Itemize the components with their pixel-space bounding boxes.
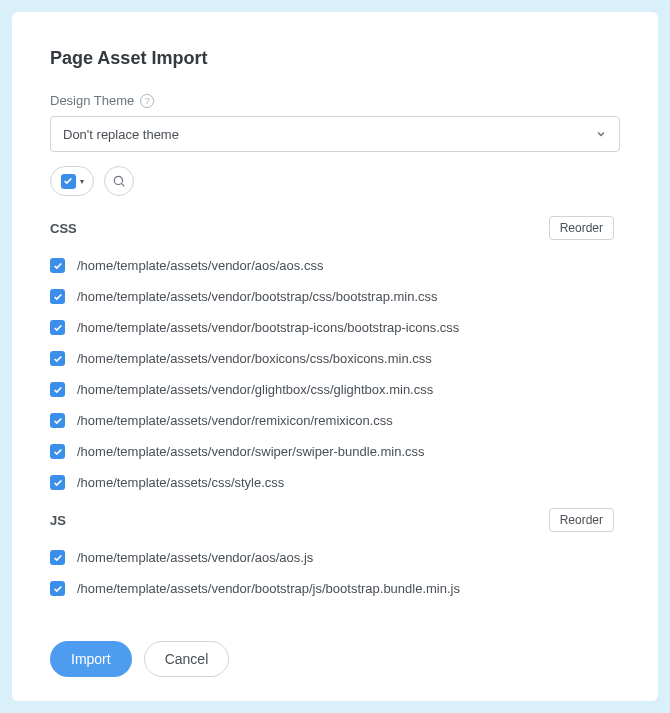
asset-row: /home/template/assets/css/style.css <box>50 467 614 498</box>
reorder-button[interactable]: Reorder <box>549 216 614 240</box>
asset-path: /home/template/assets/vendor/boxicons/cs… <box>77 351 432 366</box>
asset-row: /home/template/assets/vendor/bootstrap-i… <box>50 312 614 343</box>
asset-path: /home/template/assets/vendor/bootstrap-i… <box>77 320 459 335</box>
asset-path: /home/template/assets/vendor/remixicon/r… <box>77 413 393 428</box>
asset-checkbox[interactable] <box>50 475 65 490</box>
asset-checkbox[interactable] <box>50 320 65 335</box>
asset-row: /home/template/assets/vendor/glightbox/c… <box>50 374 614 405</box>
theme-select[interactable]: Don't replace theme <box>50 116 620 152</box>
asset-checkbox[interactable] <box>50 444 65 459</box>
asset-checkbox[interactable] <box>50 382 65 397</box>
checkbox-icon <box>61 174 76 189</box>
asset-row: /home/template/assets/vendor/swiper/swip… <box>50 436 614 467</box>
asset-checkbox[interactable] <box>50 289 65 304</box>
asset-path: /home/template/assets/vendor/glightbox/c… <box>77 382 433 397</box>
search-button[interactable] <box>104 166 134 196</box>
asset-row: /home/template/assets/vendor/aos/aos.js <box>50 542 614 573</box>
page-title: Page Asset Import <box>50 48 620 69</box>
toolbar: ▾ <box>50 166 620 196</box>
asset-path: /home/template/assets/vendor/swiper/swip… <box>77 444 425 459</box>
import-button[interactable]: Import <box>50 641 132 677</box>
group-title: CSS <box>50 221 77 236</box>
asset-path: /home/template/assets/vendor/aos/aos.css <box>77 258 323 273</box>
import-panel: Page Asset Import Design Theme ? Don't r… <box>12 12 658 701</box>
group-title: JS <box>50 513 66 528</box>
asset-path: /home/template/assets/vendor/aos/aos.js <box>77 550 313 565</box>
theme-label-row: Design Theme ? <box>50 93 620 108</box>
theme-label: Design Theme <box>50 93 134 108</box>
asset-row: /home/template/assets/vendor/bootstrap/c… <box>50 281 614 312</box>
asset-row: /home/template/assets/vendor/boxicons/cs… <box>50 343 614 374</box>
asset-scroll-area[interactable]: CSSReorder/home/template/assets/vendor/a… <box>50 210 620 621</box>
svg-point-0 <box>114 176 122 184</box>
asset-checkbox[interactable] <box>50 413 65 428</box>
group-header-css: CSSReorder <box>50 210 614 250</box>
reorder-button[interactable]: Reorder <box>549 508 614 532</box>
asset-row: /home/template/assets/vendor/aos/aos.css <box>50 250 614 281</box>
asset-checkbox[interactable] <box>50 351 65 366</box>
svg-line-1 <box>122 184 125 187</box>
asset-row: /home/template/assets/vendor/bootstrap/j… <box>50 573 614 604</box>
asset-path: /home/template/assets/vendor/bootstrap/c… <box>77 289 438 304</box>
theme-select-value: Don't replace theme <box>63 127 179 142</box>
asset-path: /home/template/assets/css/style.css <box>77 475 284 490</box>
select-all-toggle[interactable]: ▾ <box>50 166 94 196</box>
cancel-button[interactable]: Cancel <box>144 641 230 677</box>
asset-checkbox[interactable] <box>50 258 65 273</box>
group-header-js: JSReorder <box>50 502 614 542</box>
search-icon <box>112 174 126 188</box>
asset-path: /home/template/assets/vendor/bootstrap/j… <box>77 581 460 596</box>
footer: Import Cancel <box>50 637 620 677</box>
help-icon[interactable]: ? <box>140 94 154 108</box>
asset-row: /home/template/assets/vendor/remixicon/r… <box>50 405 614 436</box>
caret-down-icon: ▾ <box>80 177 84 186</box>
asset-checkbox[interactable] <box>50 550 65 565</box>
chevron-down-icon <box>595 128 607 140</box>
asset-checkbox[interactable] <box>50 581 65 596</box>
